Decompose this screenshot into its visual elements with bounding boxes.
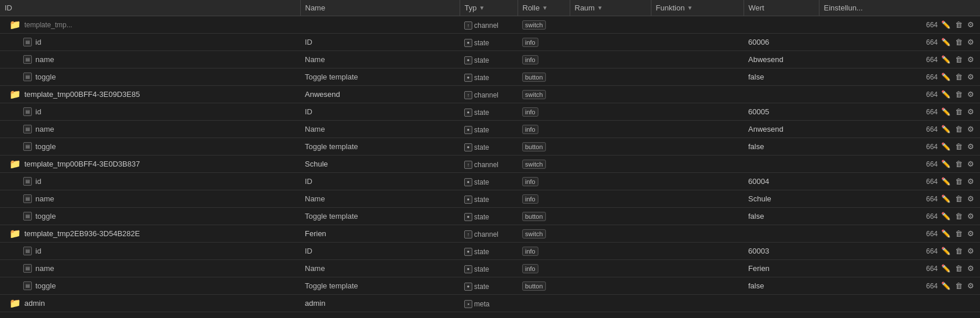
settings-button[interactable]: ⚙ [966,280,975,291]
settings-button[interactable]: ⚙ [966,37,975,48]
settings-button[interactable]: ⚙ [966,141,975,152]
delete-button[interactable]: 🗑 [954,20,964,30]
file-icon: ▤ [23,55,32,64]
settings-button[interactable]: ⚙ [966,158,975,169]
col-header-rolle[interactable]: Rolle ▼ [518,0,570,16]
delete-button[interactable]: 🗑 [954,246,964,256]
einstellung-cell: 664 ✏️ 🗑 ⚙ [819,86,980,103]
delete-button[interactable]: 🗑 [954,107,964,117]
einstellung-cell: 664 ✏️ 🗑 ⚙ [819,156,980,173]
settings-button[interactable]: ⚙ [966,211,975,222]
settings-button[interactable]: ⚙ [966,89,975,100]
type-label: state [474,213,489,221]
col-header-typ[interactable]: Typ ▼ [460,0,518,16]
einstellung-cell [819,295,980,312]
rolle-cell: switch [518,16,570,34]
edit-button[interactable]: ✏️ [940,229,952,238]
delete-button[interactable]: 🗑 [954,263,964,273]
delete-button[interactable]: 🗑 [954,142,964,151]
settings-button[interactable]: ⚙ [966,124,975,135]
delete-button[interactable]: 🗑 [954,229,964,238]
type-label: channel [474,230,498,238]
state-icon: ● [464,74,472,82]
name-cell: ID [300,173,460,190]
delete-button[interactable]: 🗑 [954,281,964,291]
channel-icon: ↑ [464,21,472,30]
id-text: toggle [35,212,56,221]
settings-button[interactable]: ⚙ [966,263,975,274]
edit-button[interactable]: ✏️ [940,246,952,256]
settings-button[interactable]: ⚙ [966,193,975,204]
delete-button[interactable]: 🗑 [954,159,964,169]
settings-button[interactable]: ⚙ [966,228,975,239]
typ-cell: ● state [460,190,518,208]
role-badge: switch [522,229,546,238]
wert-cell: false [744,68,819,86]
funktion-cell [651,16,744,34]
type-badge: ↑ channel [464,21,498,30]
delete-button[interactable]: 🗑 [954,194,964,204]
raum-cell [570,86,651,103]
settings-button[interactable]: ⚙ [966,19,975,30]
typ-cell: ↑ channel [460,225,518,243]
delete-button[interactable]: 🗑 [954,37,964,47]
settings-button[interactable]: ⚙ [966,54,975,65]
edit-button[interactable]: ✏️ [940,89,952,99]
type-label: state [474,109,489,117]
edit-button[interactable]: ✏️ [940,159,952,169]
edit-button[interactable]: ✏️ [940,72,952,82]
edit-button[interactable]: ✏️ [940,55,952,64]
id-cell: ▤ id [0,103,300,121]
funktion-cell [651,68,744,86]
wert-cell: Abwesend [744,51,819,68]
wert-cell: 60005 [744,103,819,121]
type-label: channel [474,21,498,30]
name-cell: Name [300,260,460,277]
edit-button[interactable]: ✏️ [940,107,952,117]
name-cell: Name [300,121,460,138]
id-text: id [35,38,41,46]
settings-button[interactable]: ⚙ [966,245,975,256]
funktion-cell [651,277,744,295]
row-count: 664 [921,125,938,133]
edit-button[interactable]: ✏️ [940,281,952,291]
name-value: Name [305,194,325,203]
col-header-name[interactable]: Name [300,0,460,16]
delete-button[interactable]: 🗑 [954,72,964,82]
typ-cell: ● state [460,68,518,86]
id-cell: ▤ name [0,121,300,138]
id-text: toggle [35,73,56,81]
delete-button[interactable]: 🗑 [954,89,964,99]
delete-button[interactable]: 🗑 [954,211,964,221]
edit-button[interactable]: ✏️ [940,142,952,151]
edit-button[interactable]: ✏️ [940,176,952,186]
rolle-cell: switch [518,86,570,103]
name-cell: Toggle template [300,277,460,295]
funktion-cell [651,225,744,243]
delete-button[interactable]: 🗑 [954,55,964,64]
col-header-raum[interactable]: Raum ▼ [570,0,651,16]
delete-button[interactable]: 🗑 [954,176,964,186]
edit-button[interactable]: ✏️ [940,211,952,221]
edit-button[interactable]: ✏️ [940,37,952,47]
role-badge: info [522,125,538,134]
row-count: 664 [921,38,938,46]
wert-cell: Ferien [744,260,819,277]
id-cell: 📁 admin [0,295,300,312]
row-actions: 664 ✏️ 🗑 ⚙ [824,263,975,274]
typ-cell: ▪ meta [460,295,518,312]
wert-cell: 60003 [744,243,819,260]
role-badge: info [522,55,538,64]
edit-button[interactable]: ✏️ [940,124,952,134]
settings-button[interactable]: ⚙ [966,106,975,117]
edit-button[interactable]: ✏️ [940,20,952,30]
edit-button[interactable]: ✏️ [940,263,952,273]
delete-button[interactable]: 🗑 [954,124,964,134]
col-header-id[interactable]: ID [0,0,300,16]
settings-button[interactable]: ⚙ [966,176,975,187]
type-label: state [474,126,489,134]
edit-button[interactable]: ✏️ [940,194,952,204]
settings-button[interactable]: ⚙ [966,71,975,82]
col-header-funktion[interactable]: Funktion ▼ [651,0,744,16]
funktion-cell [651,243,744,260]
